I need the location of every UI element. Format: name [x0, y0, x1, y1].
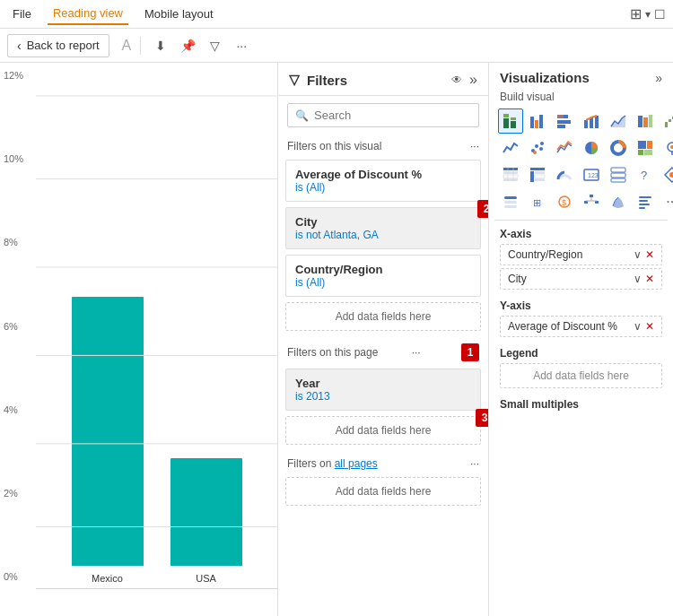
- svg-rect-9: [511, 121, 516, 128]
- svg-rect-79: [639, 196, 651, 198]
- viz-custom-2[interactable]: $: [552, 189, 577, 214]
- add-field-visual[interactable]: Add data fields here: [285, 302, 481, 331]
- x-axis-country-field[interactable]: Country/Region ∨ ✕: [500, 244, 662, 265]
- viz-scatter[interactable]: [525, 135, 550, 161]
- filter-funnel-icon: ▽: [289, 72, 300, 88]
- viz-expand-icon[interactable]: »: [655, 71, 662, 85]
- back-arrow-icon: ‹: [17, 39, 22, 53]
- viz-arcgis[interactable]: [660, 162, 673, 187]
- add-field-all[interactable]: Add data fields here: [285, 477, 481, 506]
- filter-icon[interactable]: ▽: [204, 35, 225, 56]
- expand-icon[interactable]: »: [469, 72, 477, 88]
- viz-icon-grid: 123 ? ⊞ $: [494, 107, 668, 221]
- bar-mexico: Mexico: [72, 297, 144, 584]
- grid-icon[interactable]: ⊞: [630, 5, 642, 22]
- viz-map[interactable]: [660, 135, 673, 161]
- svg-rect-38: [638, 141, 646, 149]
- viz-treemap[interactable]: [633, 135, 658, 161]
- svg-rect-10: [511, 117, 516, 120]
- filters-panel: ▽ Filters 👁 » 🔍 Filters on this visual ·…: [278, 63, 489, 616]
- filter-discount[interactable]: Average of Discount % is (All): [285, 160, 481, 202]
- filters-visual-more-icon[interactable]: ···: [470, 140, 479, 152]
- chevron-down-icon-3[interactable]: ∨: [634, 320, 642, 333]
- viz-line-bar[interactable]: [579, 108, 604, 134]
- svg-rect-48: [503, 175, 518, 178]
- viz-stacked-bar-h[interactable]: [552, 108, 577, 134]
- viz-ribbon[interactable]: [633, 108, 658, 134]
- x-axis-city-field[interactable]: City ∨ ✕: [500, 268, 662, 290]
- viz-area[interactable]: [606, 108, 631, 134]
- menu-mobile-layout[interactable]: Mobile layout: [139, 4, 219, 24]
- viz-clustered-bar[interactable]: [525, 108, 550, 134]
- chevron-down-icon-2[interactable]: ∨: [634, 273, 642, 285]
- svg-rect-46: [503, 168, 518, 170]
- svg-rect-7: [503, 118, 509, 128]
- bar-usa: USA: [170, 458, 242, 584]
- toolbar-separator-1: A: [122, 38, 132, 54]
- y-axis-discount-field[interactable]: Average of Discount % ∨ ✕: [500, 316, 662, 337]
- viz-line[interactable]: [498, 135, 523, 161]
- viz-filled-map[interactable]: [606, 189, 631, 214]
- viz-multi-row-card[interactable]: [606, 162, 631, 187]
- filter-year[interactable]: Year is 2013: [285, 369, 481, 411]
- viz-gauge[interactable]: [552, 162, 577, 187]
- more-options-icon[interactable]: ···: [231, 35, 252, 56]
- filters-header-icons: 👁 »: [451, 72, 477, 88]
- filters-all-more-icon[interactable]: ···: [470, 457, 479, 470]
- svg-rect-49: [503, 178, 518, 181]
- viz-card[interactable]: 123: [579, 162, 604, 187]
- filters-header: ▽ Filters 👁 »: [278, 63, 488, 96]
- bar-usa-label: USA: [196, 573, 216, 584]
- viz-matrix[interactable]: [525, 162, 550, 187]
- viz-table[interactable]: [498, 162, 523, 187]
- y-label-2: 2%: [4, 488, 23, 499]
- svg-text:123: 123: [588, 172, 599, 178]
- viz-waterfall[interactable]: [660, 108, 673, 134]
- svg-rect-80: [639, 200, 648, 202]
- viz-custom-1[interactable]: ⊞: [525, 189, 550, 214]
- y-axis-labels: 0% 2% 4% 6% 8% 10% 12%: [4, 63, 23, 589]
- menu-reading-view[interactable]: Reading view: [48, 3, 128, 25]
- filter-city[interactable]: City is not Atlanta, GA: [285, 207, 481, 249]
- maximize-icon[interactable]: ☐: [654, 7, 666, 22]
- svg-rect-18: [584, 120, 588, 128]
- small-multiples-label: Small multiples: [500, 398, 662, 411]
- svg-rect-69: [504, 205, 517, 208]
- eye-icon[interactable]: 👁: [451, 74, 462, 86]
- svg-rect-53: [530, 171, 534, 182]
- back-to-report-button[interactable]: ‹ Back to report: [7, 34, 109, 57]
- search-box[interactable]: 🔍: [287, 103, 479, 127]
- pin-icon[interactable]: 📌: [177, 35, 198, 56]
- chevron-down-icon[interactable]: ▾: [645, 8, 651, 21]
- chevron-down-icon[interactable]: ∨: [634, 248, 642, 261]
- svg-rect-17: [557, 125, 565, 128]
- svg-rect-8: [503, 114, 509, 117]
- download-icon[interactable]: ⬇: [150, 35, 171, 56]
- viz-stacked-bar[interactable]: [498, 108, 523, 134]
- filter-country[interactable]: Country/Region is (All): [285, 255, 481, 297]
- filters-page-more-icon[interactable]: ···: [412, 346, 421, 359]
- legend-add-field[interactable]: Add data fields here: [500, 363, 662, 388]
- svg-point-64: [669, 172, 673, 178]
- viz-donut[interactable]: [606, 135, 631, 161]
- menu-file[interactable]: File: [7, 4, 37, 24]
- viz-slicer[interactable]: [498, 189, 523, 214]
- viz-qna[interactable]: ?: [633, 162, 658, 187]
- viz-more[interactable]: ···: [660, 189, 673, 214]
- search-input[interactable]: [314, 108, 471, 122]
- add-field-page[interactable]: Add data fields here: [285, 416, 481, 445]
- y-axis-discount-text: Average of Discount %: [508, 320, 617, 333]
- filter-discount-subtitle: is (All): [295, 181, 471, 194]
- svg-point-34: [533, 151, 537, 154]
- viz-pie[interactable]: [579, 135, 604, 161]
- remove-x-city-icon[interactable]: ✕: [645, 273, 654, 285]
- y-label-4: 4%: [4, 404, 23, 415]
- remove-x-country-icon[interactable]: ✕: [645, 248, 654, 261]
- viz-decomp-tree[interactable]: [579, 189, 604, 214]
- svg-rect-52: [530, 168, 545, 170]
- viz-smart-narrative[interactable]: [633, 189, 658, 214]
- svg-rect-61: [611, 178, 625, 182]
- remove-y-discount-icon[interactable]: ✕: [645, 320, 654, 333]
- viz-line-cluster[interactable]: [552, 135, 577, 161]
- add-field-badge-3: 3: [476, 409, 489, 427]
